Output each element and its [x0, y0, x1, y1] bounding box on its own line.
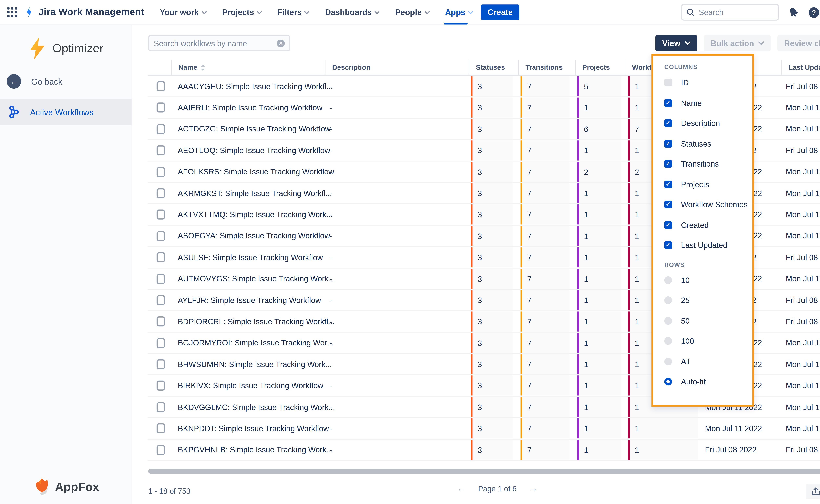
global-search-input[interactable]	[699, 8, 766, 17]
export-button[interactable]: Export	[806, 484, 820, 499]
workflow-name[interactable]: AKTVXTTMQ: Simple Issue Tracking Work...	[178, 204, 333, 225]
nav-item-projects[interactable]: Projects	[222, 0, 262, 25]
column-toggle-item[interactable]: ✓ Projects	[664, 174, 752, 194]
workflow-name[interactable]: ASOEGYA: Simple Issue Tracking Workflow	[178, 225, 330, 246]
workflow-name[interactable]: AKRMGKST: Simple Issue Tracking Workfl..…	[178, 183, 332, 203]
checkbox-icon[interactable]: ✓	[664, 140, 672, 148]
prev-page-arrow[interactable]: ←	[457, 484, 466, 494]
workflow-name[interactable]: BHWSUMRN: Simple Issue Tracking Work...	[178, 354, 332, 375]
bulk-action-button[interactable]: Bulk action	[704, 35, 771, 51]
go-back-button[interactable]: ← Go back	[7, 74, 132, 89]
column-toggle-label: ID	[681, 78, 689, 87]
workflow-name[interactable]: AEOTLOQ: Simple Issue Tracking Workflow	[178, 140, 330, 161]
workflow-name[interactable]: ASULSF: Simple Issue Tracking Workflow	[178, 247, 323, 268]
checkbox-icon[interactable]: ✓	[664, 99, 672, 107]
column-toggle-item[interactable]: ✓ Created	[664, 215, 752, 235]
column-toggle-item[interactable]: ✓ Statuses	[664, 133, 752, 154]
workflow-name[interactable]: BKDVGGLMC: Simple Issue Tracking Work...	[178, 397, 335, 417]
radio-icon[interactable]	[664, 378, 672, 386]
workflow-description: -	[329, 204, 332, 225]
rows-per-page-option[interactable]: 50	[664, 311, 752, 331]
checkbox-icon[interactable]: ✓	[664, 79, 672, 87]
app-switcher-icon[interactable]	[3, 3, 21, 21]
workflow-name[interactable]: AAACYGHU: Simple Issue Tracking Workfl..…	[178, 76, 333, 97]
help-icon[interactable]: ?	[808, 6, 820, 18]
row-checkbox[interactable]	[157, 252, 165, 262]
row-checkbox[interactable]	[157, 423, 165, 433]
checkbox-icon[interactable]: ✓	[664, 221, 672, 229]
clear-search-icon[interactable]: ✕	[277, 39, 285, 47]
row-checkbox[interactable]	[157, 124, 165, 134]
workflow-name[interactable]: BGJORMYROI: Simple Issue Tracking Wor...	[178, 332, 333, 353]
nav-item-people[interactable]: People	[395, 0, 430, 25]
sidebar-item-active-workflows[interactable]: Active Workflows	[0, 99, 132, 125]
row-checkbox[interactable]	[157, 381, 165, 391]
workflow-name[interactable]: BDPIORCRL: Simple Issue Tracking Workfl.…	[178, 311, 335, 332]
notifications-icon[interactable]	[788, 7, 799, 18]
checkbox-icon[interactable]: ✓	[664, 119, 672, 127]
view-button[interactable]: View	[656, 35, 697, 51]
radio-icon[interactable]	[664, 358, 672, 365]
radio-icon[interactable]	[664, 337, 672, 345]
radio-icon[interactable]	[664, 317, 672, 325]
rows-per-page-option[interactable]: 10	[664, 270, 752, 290]
column-header-name[interactable]: Name	[171, 60, 205, 75]
column-toggle-item[interactable]: ✓ Transitions	[664, 154, 752, 174]
horizontal-scrollbar[interactable]	[148, 469, 820, 474]
checkbox-icon[interactable]: ✓	[664, 241, 672, 249]
workflow-search[interactable]: ✕	[148, 35, 290, 51]
next-page-arrow[interactable]: →	[529, 484, 538, 494]
workflow-name[interactable]: BIRKIVX: Simple Issue Tracking Workflow	[178, 375, 323, 396]
workflow-name[interactable]: ACTDGZG: Simple Issue Tracking Workflow	[178, 119, 331, 139]
radio-icon[interactable]	[664, 276, 672, 284]
row-checkbox[interactable]	[157, 317, 165, 327]
radio-icon[interactable]	[664, 297, 672, 304]
row-checkbox[interactable]	[157, 402, 165, 412]
workflow-name[interactable]: AFOLKSRS: Simple Issue Tracking Workflow	[178, 161, 334, 182]
row-checkbox[interactable]	[157, 359, 165, 369]
workflow-name[interactable]: AYLFJR: Simple Issue Tracking Workflow	[178, 290, 321, 311]
row-checkbox[interactable]	[157, 338, 165, 348]
nav-item-your-work[interactable]: Your work	[160, 0, 207, 25]
column-header-transitions[interactable]: Transitions	[518, 60, 563, 75]
rows-per-page-option[interactable]: 100	[664, 331, 752, 351]
column-toggle-item[interactable]: ✓ Name	[664, 93, 752, 113]
column-header-statuses[interactable]: Statuses	[469, 60, 505, 75]
global-search[interactable]	[681, 4, 779, 21]
checkbox-icon[interactable]: ✓	[664, 180, 672, 188]
created-cell: Fri Jul 08 2022	[705, 439, 757, 460]
rows-per-page-option[interactable]: All	[664, 351, 752, 372]
nav-item-apps[interactable]: Apps	[445, 0, 473, 25]
row-checkbox[interactable]	[157, 295, 165, 305]
row-checkbox[interactable]	[157, 231, 165, 241]
review-changes-button[interactable]: Review changes	[778, 35, 820, 51]
nav-item-filters[interactable]: Filters	[277, 0, 309, 25]
rows-per-page-option[interactable]: 25	[664, 290, 752, 311]
checkbox-icon[interactable]: ✓	[664, 160, 672, 168]
checkbox-icon[interactable]: ✓	[664, 201, 672, 209]
nav-item-dashboards[interactable]: Dashboards	[325, 0, 379, 25]
row-checkbox[interactable]	[157, 167, 165, 177]
workflow-name[interactable]: BKPGVHNLB: Simple Issue Tracking Work...	[178, 439, 333, 460]
row-checkbox[interactable]	[157, 103, 165, 113]
row-checkbox[interactable]	[157, 445, 165, 455]
workflow-name[interactable]: AAIERLI: Simple Issue Tracking Workflow	[178, 97, 322, 118]
workflow-search-input[interactable]	[154, 39, 277, 48]
row-checkbox[interactable]	[157, 81, 165, 91]
column-header-projects[interactable]: Projects	[575, 60, 610, 75]
column-header-description[interactable]: Description	[325, 60, 370, 75]
column-toggle-item[interactable]: ✓ Workflow Schemes	[664, 194, 752, 215]
row-checkbox[interactable]	[157, 274, 165, 284]
workflow-name[interactable]: BKNPDDT: Simple Issue Tracking Workflow	[178, 418, 329, 439]
row-checkbox[interactable]	[157, 145, 165, 155]
column-header-last-updated[interactable]: Last Updated	[781, 60, 820, 75]
jira-brand[interactable]: Jira Work Management	[23, 7, 144, 18]
row-checkbox[interactable]	[157, 188, 165, 198]
workflow-name[interactable]: AUTMOVYGS: Simple Issue Tracking Work...	[178, 268, 335, 289]
column-toggle-item[interactable]: ✓ Last Updated	[664, 235, 752, 255]
rows-per-page-option[interactable]: Auto-fit	[664, 372, 752, 392]
column-toggle-item[interactable]: ✓ Description	[664, 113, 752, 133]
create-button[interactable]: Create	[481, 4, 519, 20]
column-toggle-item[interactable]: ✓ ID	[664, 72, 752, 93]
row-checkbox[interactable]	[157, 210, 165, 220]
